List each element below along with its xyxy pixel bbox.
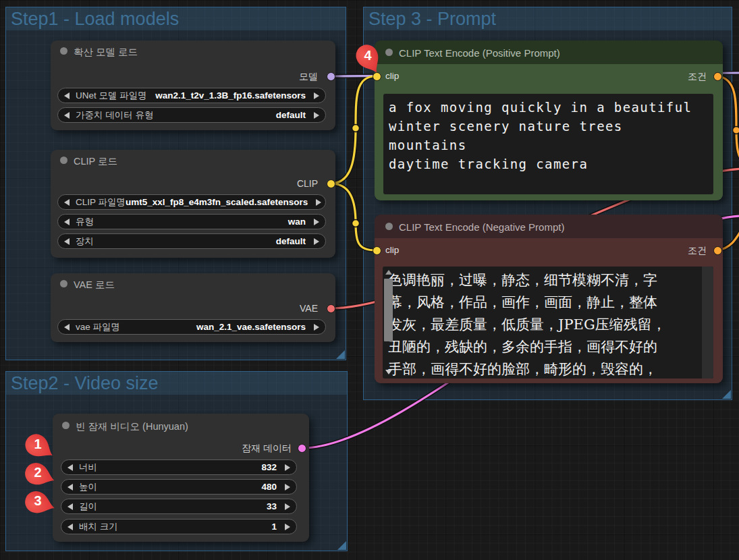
wire-clip-to-negative (331, 184, 375, 250)
badge-3-pin-icon: 3 (22, 488, 58, 518)
output-slot-clip[interactable] (327, 179, 335, 188)
group-step1-load-models: Step1 - Load models (5, 7, 346, 360)
decrement-arrow-icon[interactable] (64, 219, 70, 225)
node-title: CLIP Text Encode (Negative Prompt) (399, 221, 564, 233)
increment-arrow-icon[interactable] (314, 112, 319, 119)
input-slot-clip[interactable] (373, 246, 381, 255)
positive-prompt-textarea[interactable]: a fox moving quickly in a beautiful wint… (383, 94, 713, 194)
widget-batch-size[interactable]: 배치 크기 1 (61, 519, 297, 534)
decrement-arrow-icon[interactable] (67, 524, 73, 530)
decrement-arrow-icon[interactable] (64, 112, 70, 119)
wire-model (331, 73, 739, 76)
node-graph-canvas[interactable]: Step1 - Load models Step2 - Video size S… (0, 0, 739, 560)
node-negative-prompt[interactable]: CLIP Text Encode (Negative Prompt) clip … (375, 215, 723, 383)
widget-clip-type[interactable]: 유형 wan (57, 214, 326, 229)
increment-arrow-icon[interactable] (316, 199, 321, 206)
group-step2-video-size: Step2 - Video size (5, 371, 348, 551)
decrement-arrow-icon[interactable] (67, 503, 73, 510)
node-load-vae[interactable]: VAE 로드 VAE vae 파일명 wan_2.1_vae.safetenso… (51, 273, 335, 342)
scrollbar-thumb[interactable] (384, 279, 393, 341)
node-header[interactable] (375, 215, 723, 238)
scrollbar-up-icon[interactable] (385, 270, 392, 275)
increment-arrow-icon[interactable] (314, 219, 319, 225)
badge-number: 3 (34, 493, 41, 508)
group-step2-titlebar[interactable] (6, 372, 347, 395)
widget-clip-device[interactable]: 장치 default (57, 233, 326, 249)
node-header[interactable] (375, 40, 723, 64)
widget-width[interactable]: 너비 832 (61, 459, 297, 475)
widget-clip-name[interactable]: CLIP 파일명 umt5_xxl_fp8_e4m3fn_scaled.safe… (57, 194, 326, 210)
output-slot-conditioning[interactable] (713, 72, 722, 81)
badge-number: 2 (34, 465, 41, 480)
increment-arrow-icon[interactable] (285, 503, 290, 510)
node-status-dot-icon (385, 49, 393, 56)
group-step3-resize-handle[interactable] (722, 390, 731, 399)
wire-negative-conditioning (717, 228, 739, 250)
widget-value: 33 (267, 501, 277, 511)
increment-arrow-icon[interactable] (314, 92, 319, 99)
widget-length[interactable]: 길이 33 (61, 499, 297, 514)
widget-label: 가중치 데이터 유형 (76, 109, 154, 121)
decrement-arrow-icon[interactable] (64, 92, 70, 99)
output-slot-latent[interactable] (298, 444, 306, 453)
node-status-dot-icon (60, 157, 67, 164)
widget-label: 장치 (76, 235, 94, 248)
node-title: 확산 모델 로드 (74, 46, 138, 59)
increment-arrow-icon[interactable] (285, 524, 290, 530)
output-label-clip: CLIP (297, 178, 318, 189)
output-slot-conditioning[interactable] (713, 246, 722, 255)
widget-value: 1 (271, 522, 277, 532)
output-slot-model[interactable] (327, 72, 335, 81)
widget-value: wan_2.1_vae.safetensors (196, 322, 306, 332)
decrement-arrow-icon[interactable] (64, 324, 70, 331)
node-positive-prompt[interactable]: CLIP Text Encode (Positive Prompt) clip … (375, 40, 723, 200)
group-step2-resize-handle[interactable] (337, 541, 346, 550)
widget-label: 유형 (76, 216, 94, 228)
decrement-arrow-icon[interactable] (67, 464, 73, 471)
node-load-diffusion-model[interactable]: 확산 모델 로드 모델 UNet 모델 파일명 wan2.1_t2v_1.3B_… (51, 40, 335, 130)
badge-number: 4 (364, 48, 372, 63)
link-dot[interactable] (352, 125, 360, 132)
decrement-arrow-icon[interactable] (64, 199, 70, 206)
badge-number: 1 (34, 437, 41, 451)
increment-arrow-icon[interactable] (314, 238, 319, 245)
increment-arrow-icon[interactable] (285, 464, 290, 471)
increment-arrow-icon[interactable] (314, 324, 319, 331)
link-dot[interactable] (733, 127, 739, 134)
input-slot-clip[interactable] (373, 72, 381, 81)
group-step3-titlebar[interactable] (364, 7, 732, 30)
widget-height[interactable]: 높이 480 (61, 479, 297, 495)
group-step1-titlebar[interactable] (6, 7, 346, 30)
widget-weight-dtype[interactable]: 가중치 데이터 유형 default (57, 107, 326, 123)
decrement-arrow-icon[interactable] (64, 238, 70, 245)
scrollbar-track[interactable] (702, 267, 713, 379)
group-step2-title: Step2 - Video size (11, 373, 159, 394)
widget-label: 길이 (79, 501, 97, 513)
node-status-dot-icon (385, 223, 393, 230)
node-status-dot-icon (62, 422, 70, 429)
badge-4-pin-icon: 4 (352, 41, 386, 78)
output-slot-vae[interactable] (327, 304, 335, 313)
widget-vae-name[interactable]: vae 파일명 wan_2.1_vae.safetensors (57, 319, 326, 335)
group-step1-resize-handle[interactable] (336, 350, 345, 359)
scrollbar-down-icon[interactable] (385, 370, 392, 374)
output-label-conditioning: 조건 (688, 71, 707, 83)
input-label-clip: clip (385, 245, 399, 255)
widget-unet-name[interactable]: UNet 모델 파일명 wan2.1_t2v_1.3B_fp16.safeten… (57, 88, 326, 103)
node-empty-latent-video[interactable]: 빈 잠재 비디오 (Hunyuan) 잠재 데이터 너비 832 높이 480 … (53, 414, 309, 542)
widget-value: 832 (261, 462, 277, 472)
node-title: VAE 로드 (74, 279, 115, 291)
widget-label: UNet 모델 파일명 (76, 90, 147, 102)
input-label-clip: clip (385, 71, 399, 81)
widget-label: 배치 크기 (79, 521, 118, 533)
node-load-clip[interactable]: CLIP 로드 CLIP CLIP 파일명 umt5_xxl_fp8_e4m3f… (51, 150, 335, 258)
decrement-arrow-icon[interactable] (67, 484, 73, 491)
node-title: CLIP 로드 (74, 155, 117, 168)
link-dot[interactable] (352, 220, 360, 227)
negative-prompt-textarea[interactable]: 色调艳丽，过曝，静态，细节模糊不清，字 幕，风格，作品，画作，画面，静止，整体 … (383, 267, 713, 379)
node-title: 빈 잠재 비디오 (Hunyuan) (76, 420, 188, 433)
increment-arrow-icon[interactable] (285, 484, 290, 491)
group-step1-title: Step1 - Load models (11, 9, 179, 30)
widget-value: default (276, 236, 306, 246)
output-label-model: 모델 (299, 71, 318, 83)
